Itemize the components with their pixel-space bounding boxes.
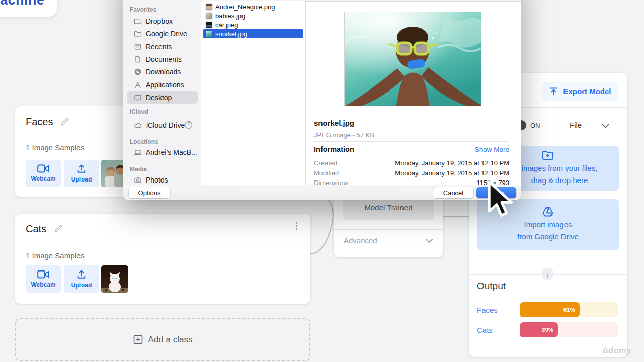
webcam-button[interactable]: Webcam bbox=[26, 265, 61, 293]
upload-icon bbox=[76, 269, 87, 279]
sidebar-section-media: Media bbox=[130, 166, 147, 173]
class-card-cats: Cats 1 Image Samples Webcam Upload bbox=[15, 214, 310, 304]
information-heading: Information bbox=[314, 145, 354, 153]
sidebar-item-downloads[interactable]: Downloads bbox=[127, 65, 198, 78]
sidebar-item-label: Dropbox bbox=[146, 17, 173, 25]
sidebar-item-desktop[interactable]: Desktop bbox=[127, 91, 198, 104]
webcam-button-label: Webcam bbox=[31, 281, 55, 288]
options-button[interactable]: Options bbox=[129, 187, 170, 198]
scroll-down-arrow-icon[interactable]: ↓ bbox=[542, 268, 554, 280]
app-logo-partial: achine bbox=[0, 0, 45, 8]
plus-box-icon bbox=[133, 335, 143, 344]
upload-button-label: Upload bbox=[71, 176, 92, 183]
sidebar-item-documents[interactable]: Documents bbox=[127, 53, 198, 65]
drive-import-line2: from Google Drive bbox=[517, 231, 579, 243]
sidebar-item-label: Photos bbox=[146, 176, 168, 184]
chevron-down-icon bbox=[425, 238, 433, 243]
sidebar-item-label: Downloads bbox=[146, 68, 181, 76]
sidebar-item-label: iCloud Drive bbox=[146, 121, 185, 129]
divider bbox=[334, 229, 443, 230]
open-button[interactable]: Open bbox=[476, 187, 516, 198]
folder-icon bbox=[134, 17, 142, 25]
file-thumbnail-icon bbox=[206, 13, 212, 19]
class-title-faces: Faces bbox=[26, 116, 53, 128]
recents-icon bbox=[134, 43, 142, 51]
upload-button[interactable]: Upload bbox=[64, 265, 99, 293]
edit-pencil-icon[interactable] bbox=[60, 117, 69, 127]
file-row[interactable]: Andrei_Neagoie.png bbox=[202, 2, 305, 11]
sidebar-item-macbook[interactable]: Andrei’s MacB... bbox=[127, 146, 198, 158]
file-row[interactable]: babies.jpg bbox=[202, 11, 305, 20]
preview-file-meta: JPEG image - 57 KB bbox=[314, 131, 374, 139]
file-drop-line1: images from your files, bbox=[522, 162, 598, 174]
google-drive-import-button[interactable]: Import images from Google Drive bbox=[477, 199, 619, 250]
sample-thumbnail-cat[interactable] bbox=[101, 265, 128, 293]
output-label-cats: Cats bbox=[477, 326, 493, 334]
webcam-button[interactable]: Webcam bbox=[26, 160, 61, 187]
sidebar-item-dropbox[interactable]: Dropbox bbox=[127, 15, 198, 27]
file-thumbnail-icon bbox=[206, 31, 212, 37]
edit-pencil-icon[interactable] bbox=[53, 224, 63, 234]
export-model-button[interactable]: Export Model bbox=[542, 82, 618, 101]
cancel-button[interactable]: Cancel bbox=[433, 187, 473, 198]
toggle-state-label: ON bbox=[530, 122, 540, 129]
sidebar-item-icloud-drive[interactable]: iCloud Drive bbox=[127, 119, 198, 131]
output-heading: Output bbox=[477, 281, 506, 292]
file-preview-image bbox=[344, 12, 481, 106]
webcam-icon bbox=[37, 270, 49, 279]
desktop-icon bbox=[134, 94, 142, 102]
watermark: ûdemy bbox=[603, 346, 631, 356]
sidebar-item-label: Desktop bbox=[146, 94, 172, 102]
info-row-modified: Modified Monday, January 19, 2015 at 12:… bbox=[314, 169, 509, 177]
file-thumbnail-icon bbox=[206, 22, 212, 28]
laptop-icon bbox=[134, 148, 142, 156]
preview-filename: snorkel.jpg bbox=[314, 119, 354, 127]
sidebar-section-favorites: Favorites bbox=[130, 6, 156, 13]
webcam-button-label: Webcam bbox=[31, 175, 55, 183]
file-name: Andrei_Neagoie.png bbox=[215, 3, 275, 11]
output-pct-faces: 61% bbox=[564, 307, 575, 313]
logo-card: achine bbox=[0, 0, 57, 17]
file-name: car.jpeg bbox=[215, 21, 238, 29]
advanced-label: Advanced bbox=[344, 236, 377, 245]
sidebar-item-label: Google Drive bbox=[146, 30, 187, 38]
export-model-label: Export Model bbox=[563, 87, 611, 96]
sidebar-item-applications[interactable]: Applications bbox=[127, 78, 198, 91]
info-row-created: Created Monday, January 19, 2015 at 12:1… bbox=[314, 159, 509, 167]
show-more-link[interactable]: Show More bbox=[475, 146, 509, 153]
file-row-selected[interactable]: snorkel.jpg bbox=[203, 29, 303, 38]
open-file-dialog: Favorites Dropbox Google Drive Recents D… bbox=[123, 0, 521, 200]
documents-icon bbox=[134, 55, 142, 63]
upload-icon bbox=[76, 164, 87, 173]
file-thumbnail-icon bbox=[206, 4, 212, 10]
camera-icon bbox=[134, 176, 142, 184]
divider bbox=[305, 0, 306, 185]
divider bbox=[314, 141, 509, 142]
class-title-cats: Cats bbox=[26, 223, 46, 235]
upload-button-label: Upload bbox=[71, 282, 92, 289]
folder-icon bbox=[134, 30, 142, 38]
advanced-expander[interactable]: Advanced bbox=[344, 236, 433, 245]
sidebar-section-locations: Locations bbox=[130, 138, 158, 145]
sidebar-item-google-drive[interactable]: Google Drive bbox=[127, 27, 198, 40]
screen: achine Faces 1 Image Samples Webcam Uplo… bbox=[0, 0, 644, 362]
dialog-sidebar: Favorites Dropbox Google Drive Recents D… bbox=[123, 0, 201, 200]
upload-button[interactable]: Upload bbox=[64, 160, 99, 187]
file-list: Andrei_Neagoie.png babies.jpg car.jpeg s… bbox=[202, 1, 305, 185]
sidebar-item-label: Recents bbox=[146, 43, 172, 51]
divider bbox=[15, 240, 310, 240]
input-source-value[interactable]: File bbox=[570, 121, 582, 129]
drive-import-line1: Import images bbox=[517, 219, 579, 231]
output-label-faces: Faces bbox=[477, 306, 498, 314]
cloud-icon bbox=[134, 121, 142, 129]
class-menu-kebab-icon[interactable] bbox=[296, 222, 298, 230]
downloads-icon bbox=[134, 68, 142, 76]
webcam-icon bbox=[37, 164, 49, 173]
sidebar-item-label: Andrei’s MacB... bbox=[146, 148, 197, 156]
chevron-down-icon[interactable] bbox=[601, 123, 610, 129]
file-row[interactable]: car.jpeg bbox=[202, 20, 305, 29]
sidebar-item-recents[interactable]: Recents bbox=[127, 40, 198, 53]
folder-plus-icon bbox=[542, 150, 554, 160]
add-class-button[interactable]: Add a class bbox=[15, 318, 310, 361]
output-bar-faces: 61% bbox=[520, 302, 618, 317]
